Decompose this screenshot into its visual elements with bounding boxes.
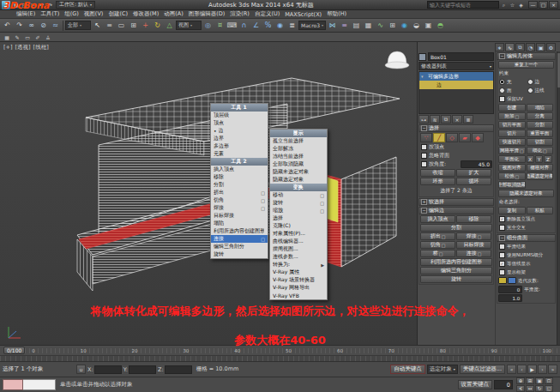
- remove-modifier-icon[interactable]: ×: [452, 115, 462, 124]
- selection-option[interactable]: 循环: [456, 178, 491, 185]
- element-subobject-icon[interactable]: ◆: [472, 133, 484, 142]
- menu-item[interactable]: 编辑(E): [14, 10, 38, 18]
- quad-menu-item[interactable]: 连接 □: [211, 235, 268, 243]
- edit-geometry-control[interactable]: 粘贴: [527, 207, 554, 214]
- rollout-header[interactable]: + 软选择: [418, 198, 494, 206]
- redo-quick-icon[interactable]: ↷: [46, 1, 54, 9]
- edit-edges-button[interactable]: 旋转: [420, 275, 492, 283]
- edit-geometry-control[interactable]: 保留UV: [498, 95, 554, 103]
- edit-geometry-control[interactable]: 约束: [498, 69, 554, 77]
- viewport-pov-menu[interactable]: [透视]: [15, 44, 31, 51]
- subdivision-control[interactable]: 0: [498, 286, 522, 293]
- selection-option[interactable]: 收缩: [420, 169, 455, 177]
- edit-edges-button[interactable]: 连接: [456, 250, 491, 257]
- motion-tab[interactable]: ◔: [526, 43, 535, 51]
- menu-item[interactable]: 图形编辑器(D): [186, 10, 228, 18]
- next-frame-button[interactable]: ›: [538, 365, 547, 374]
- modify-tab[interactable]: ∿: [505, 43, 515, 51]
- edit-edges-button[interactable]: 桥: [420, 250, 455, 257]
- collapse-icon[interactable]: −: [421, 125, 427, 131]
- edit-geometry-control[interactable]: 快速切片: [498, 138, 526, 146]
- select-by-name-icon[interactable]: ≡: [104, 20, 115, 31]
- edit-geometry-control[interactable]: 切片: [498, 130, 526, 137]
- quad-menu-item[interactable]: 隐藏选定对象: [270, 176, 327, 184]
- edit-geometry-control[interactable]: 平面化: [498, 155, 526, 163]
- rollout-header[interactable]: − 细分曲面: [497, 234, 556, 242]
- quad-menu-item[interactable]: 转换为: ▶: [270, 261, 327, 268]
- quad-menu-item[interactable]: 对象属性(P)...: [270, 230, 327, 238]
- menu-item[interactable]: 渲染(R): [227, 10, 252, 18]
- material-editor-icon[interactable]: ◉: [399, 20, 410, 31]
- quad-menu-item[interactable]: 克隆(C): [270, 222, 327, 230]
- polygon-subobject-icon[interactable]: ▰: [459, 133, 471, 142]
- unlink-selection-icon[interactable]: ⊘: [38, 20, 49, 31]
- create-tab[interactable]: ∗: [495, 43, 504, 51]
- rollout-header[interactable]: − 编辑边: [418, 207, 494, 214]
- settings-box-icon[interactable]: □: [261, 206, 265, 211]
- quad-menu-item[interactable]: V-Ray VFB: [270, 292, 327, 299]
- edit-edges-button[interactable]: 插入顶点: [420, 215, 455, 223]
- align-icon[interactable]: ≡: [339, 20, 350, 31]
- ribbon-populate-icon[interactable]: ♙: [44, 33, 52, 41]
- bind-to-space-warp-icon[interactable]: ≈: [50, 20, 61, 31]
- snaps-toggle-icon[interactable]: ∩: [238, 20, 250, 31]
- scene-object-hat[interactable]: [385, 51, 409, 69]
- quad-menu-item[interactable]: 切角 □: [211, 196, 268, 204]
- track-bar[interactable]: [0, 355, 560, 361]
- save-file-icon[interactable]: ◳: [29, 1, 37, 9]
- workspace-dropdown[interactable]: 工作区: 默认 ▾: [56, 1, 95, 9]
- edit-geometry-control[interactable]: Z: [544, 155, 551, 163]
- rendered-frame-window-icon[interactable]: ▣: [423, 20, 434, 31]
- rectangular-selection-region-icon[interactable]: ▭: [116, 20, 127, 31]
- quad-menu-item[interactable]: 摆闸视图...: [270, 245, 327, 253]
- quad-menu-item[interactable]: V-Ray 属性: [270, 268, 327, 276]
- edit-geometry-control[interactable]: 面: [498, 87, 526, 94]
- edit-geometry-control[interactable]: 重复上一个: [498, 61, 554, 69]
- selection-lock-icon[interactable]: ▫: [76, 365, 86, 374]
- selection-option[interactable]: 45.0: [461, 160, 492, 168]
- selection-option[interactable]: 扩大: [456, 169, 491, 177]
- quad-menu-item[interactable]: 缩放 □: [270, 207, 327, 214]
- quad-menu-item[interactable]: 全部解冻: [270, 145, 327, 153]
- maximize-button[interactable]: ▢: [539, 1, 548, 9]
- edit-geometry-control[interactable]: 分离: [527, 112, 554, 120]
- modifier-stack-row[interactable]: ▾ 可编辑多边形: [419, 72, 493, 81]
- percent-snap-icon[interactable]: %: [262, 20, 274, 31]
- expand-icon[interactable]: +: [421, 199, 427, 205]
- quad-menu-item[interactable]: 显示: [270, 130, 327, 137]
- subdivision-control[interactable]: 迭代次数:: [517, 277, 548, 285]
- zoom-all-icon[interactable]: ⊞: [526, 377, 534, 384]
- collapse-icon[interactable]: −: [499, 235, 505, 241]
- menu-item[interactable]: 动画(A): [161, 10, 186, 18]
- quad-menu-item[interactable]: 多边形: [211, 142, 268, 150]
- edit-geometry-control[interactable]: 删除孤立顶点: [498, 215, 554, 223]
- application-menu-button[interactable]: 3: [2, 1, 10, 9]
- quad-menu-item[interactable]: 曲线编辑器...: [270, 238, 327, 245]
- viewport-shading-menu[interactable]: [线框]: [33, 44, 49, 51]
- subdivision-control[interactable]: 显示框架: [498, 268, 554, 276]
- pin-stack-icon[interactable]: ⊶: [418, 115, 429, 124]
- edge-subobject-icon[interactable]: ╱: [433, 133, 445, 142]
- x-coordinate-field[interactable]: [94, 365, 122, 374]
- edit-geometry-control[interactable]: 切片平面: [498, 121, 526, 129]
- minimize-button[interactable]: —: [528, 1, 538, 9]
- ribbon-object-paint-icon[interactable]: ✐: [33, 33, 42, 41]
- vertex-subobject-icon[interactable]: ∵: [420, 133, 432, 142]
- settings-box-icon[interactable]: □: [261, 198, 265, 203]
- schematic-view-icon[interactable]: ⊞: [387, 20, 398, 31]
- select-and-rotate-icon[interactable]: ↻: [152, 20, 163, 31]
- curve-editor-icon[interactable]: ∿: [375, 20, 386, 31]
- listener-script-pane[interactable]: [23, 379, 56, 390]
- keyboard-shortcut-override-icon[interactable]: ⌨: [226, 20, 238, 31]
- edit-edges-button[interactable]: 分割: [420, 224, 492, 232]
- communication-center-icon[interactable]: ◈: [517, 1, 525, 9]
- reference-coordinate-dropdown[interactable]: 视图▾: [176, 21, 202, 30]
- key-filters-button[interactable]: 关键点过滤器...: [460, 365, 505, 374]
- play-button[interactable]: ▶: [527, 365, 537, 374]
- make-unique-icon[interactable]: ⧉: [441, 115, 451, 124]
- edit-geometry-control[interactable]: 细化: [527, 147, 554, 154]
- select-and-move-icon[interactable]: +: [140, 20, 151, 31]
- edit-geometry-control[interactable]: 塌陷: [527, 104, 554, 112]
- edit-edges-button[interactable]: 利用所选内容创建图形: [420, 258, 492, 266]
- y-coordinate-field[interactable]: [129, 365, 156, 374]
